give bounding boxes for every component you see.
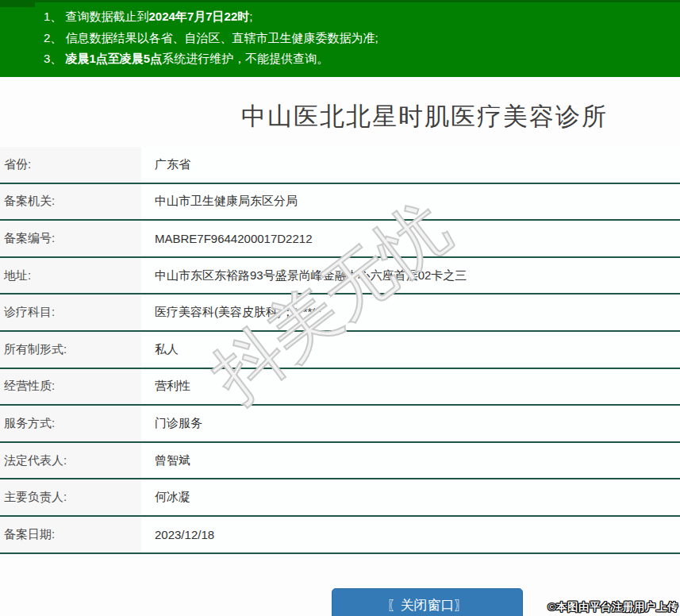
notice-bar: 1、 查询数据截止到2024年7月7日22时; 2、 信息数据结果以各省、自治区… xyxy=(0,0,680,77)
table-row-ownership-form: 所有制形式: 私人 xyxy=(0,332,680,369)
row-label: 经营性质: xyxy=(0,369,141,405)
close-window-button[interactable]: 〖关闭窗口〗 xyxy=(332,588,523,616)
row-label: 备案日期: xyxy=(0,517,141,552)
row-label: 服务方式: xyxy=(0,406,141,441)
notice-2-pre: 2、 信息数据结果以各省、自治区、直辖市卫生健康委数据为准; xyxy=(44,31,378,44)
row-label: 主要负责人: xyxy=(0,479,141,515)
row-value: MABRE7F9644200017D2212 xyxy=(141,221,680,256)
notice-3-post: 系统进行维护，不能提供查询。 xyxy=(162,52,328,65)
row-label: 法定代表人: xyxy=(0,443,141,479)
notice-line-3: 3、 凌晨1点至凌晨5点系统进行维护，不能提供查询。 xyxy=(44,48,672,70)
notice-3-pre: 3、 xyxy=(44,52,66,65)
row-label: 诊疗科目: xyxy=(0,295,141,330)
row-label: 省份: xyxy=(0,147,141,183)
table-row-province: 省份: 广东省 xyxy=(0,147,680,184)
table-row-principal: 主要负责人: 何冰凝 xyxy=(0,479,680,517)
row-label: 地址: xyxy=(0,258,141,294)
row-value: 曾智斌 xyxy=(141,443,680,479)
table-row-record-number: 备案编号: MABRE7F9644200017D2212 xyxy=(0,221,680,258)
notice-line-2: 2、 信息数据结果以各省、自治区、直辖市卫生健康委数据为准; xyxy=(44,28,672,49)
info-table: 省份: 广东省 备案机关: 中山市卫生健康局东区分局 备案编号: MABRE7F… xyxy=(0,147,680,554)
table-row-treatment-subjects: 诊疗科目: 医疗美容科(美容皮肤科)；****** xyxy=(0,295,680,332)
table-row-record-authority: 备案机关: 中山市卫生健康局东区分局 xyxy=(0,184,680,221)
row-value: 2023/12/18 xyxy=(141,517,680,552)
row-label: 备案机关: xyxy=(0,184,141,220)
table-row-address: 地址: 中山市东区东裕路93号盛景尚峰金融中心六座首层02卡之三 xyxy=(0,258,680,295)
header-top-strip xyxy=(0,0,680,2)
table-row-legal-representative: 法定代表人: 曾智斌 xyxy=(0,443,680,480)
notice-3-bold: 凌晨1点至凌晨5点 xyxy=(66,52,163,65)
row-value: 何冰凝 xyxy=(141,479,680,515)
row-label: 所有制形式: xyxy=(0,332,141,368)
record-detail-page: 1、 查询数据截止到2024年7月7日22时; 2、 信息数据结果以各省、自治区… xyxy=(0,0,680,616)
header-corner-shade xyxy=(0,0,35,7)
row-value: 医疗美容科(美容皮肤科)；****** xyxy=(141,295,680,330)
notice-1-post: ; xyxy=(249,10,252,23)
table-row-record-date: 备案日期: 2023/12/18 xyxy=(0,517,680,554)
table-row-business-nature: 经营性质: 营利性 xyxy=(0,369,680,406)
notice-1-bold: 2024年7月7日22时 xyxy=(149,10,250,23)
row-value: 广东省 xyxy=(141,147,680,183)
row-value: 私人 xyxy=(141,332,680,368)
row-value: 中山市东区东裕路93号盛景尚峰金融中心六座首层02卡之三 xyxy=(141,258,680,294)
upload-attribution-label: ©本图由平台注册用户上传 xyxy=(548,600,678,614)
row-value: 营利性 xyxy=(141,369,680,405)
notice-1-pre: 1、 查询数据截止到 xyxy=(44,10,149,23)
notice-line-1: 1、 查询数据截止到2024年7月7日22时; xyxy=(44,6,672,28)
row-value: 门诊服务 xyxy=(141,406,680,441)
page-title: 中山医北北星时肌医疗美容诊所 xyxy=(0,100,680,133)
table-row-service-mode: 服务方式: 门诊服务 xyxy=(0,406,680,443)
row-value: 中山市卫生健康局东区分局 xyxy=(141,184,680,220)
row-label: 备案编号: xyxy=(0,221,141,256)
